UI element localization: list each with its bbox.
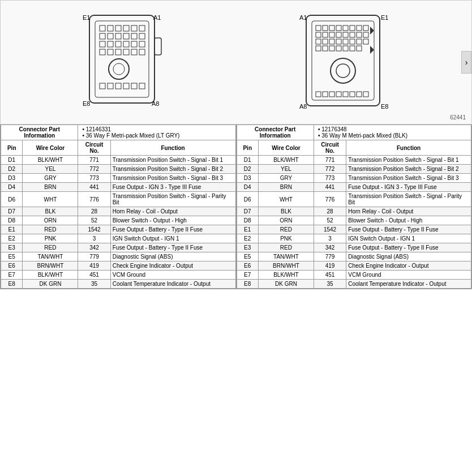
right-cell-circuit: 419 bbox=[314, 261, 346, 271]
right-cell-wire: WHT bbox=[258, 192, 314, 207]
right-cell-circuit: 773 bbox=[314, 174, 346, 183]
left-cell-pin: D4 bbox=[1, 183, 23, 192]
svg-rect-29 bbox=[108, 83, 113, 89]
right-table-row: D2 YEL 772 Transmission Position Switch … bbox=[237, 165, 471, 174]
svg-rect-21 bbox=[108, 49, 113, 55]
right-cell-wire: BLK/WHT bbox=[258, 271, 314, 280]
right-cell-wire: PNK bbox=[258, 234, 314, 243]
right-cell-circuit: 772 bbox=[314, 165, 346, 174]
right-cell-pin: E2 bbox=[237, 234, 258, 243]
left-table-row: E2 PNK 3 IGN Switch Output - IGN 1 bbox=[1, 234, 236, 243]
right-cell-function: IGN Switch Output - IGN 1 bbox=[346, 234, 471, 243]
right-cell-wire: RED bbox=[258, 243, 314, 252]
svg-rect-12 bbox=[131, 33, 137, 39]
svg-rect-15 bbox=[108, 41, 113, 47]
left-table-row: E5 TAN/WHT 779 Diagnostic Signal (ABS) bbox=[1, 252, 236, 261]
left-cell-function: Transmission Position Switch - Signal - … bbox=[110, 165, 235, 174]
left-cell-pin: E1 bbox=[1, 225, 23, 234]
left-cell-function: Blower Switch - Output - High bbox=[110, 216, 235, 225]
svg-rect-13 bbox=[139, 33, 145, 39]
right-table-row: E8 DK GRN 35 Coolant Temperature Indicat… bbox=[237, 280, 471, 289]
right-cell-pin: D6 bbox=[237, 192, 258, 207]
left-cell-pin: D6 bbox=[1, 192, 23, 207]
right-cell-pin: D1 bbox=[237, 156, 258, 165]
right-cell-circuit: 771 bbox=[314, 156, 346, 165]
left-cell-circuit: 35 bbox=[78, 280, 110, 289]
left-cell-pin: E3 bbox=[1, 243, 23, 252]
left-cell-function: Fuse Output - Battery - Type II Fuse bbox=[110, 225, 235, 234]
svg-rect-46 bbox=[350, 25, 355, 31]
right-table-row: E1 RED 1542 Fuse Output - Battery - Type… bbox=[237, 225, 471, 234]
right-table: Connector Part Information 12176348 36 W… bbox=[237, 125, 472, 289]
right-cell-pin: D4 bbox=[237, 183, 258, 192]
left-cell-wire: BLK bbox=[23, 207, 78, 216]
svg-rect-42 bbox=[323, 25, 328, 31]
right-table-row: E2 PNK 3 IGN Switch Output - IGN 1 bbox=[237, 234, 471, 243]
left-cell-pin: D2 bbox=[1, 165, 23, 174]
right-table-row: D3 GRY 773 Transmission Position Switch … bbox=[237, 174, 471, 183]
left-cell-wire: BRN/WHT bbox=[23, 261, 78, 271]
right-cell-pin: D8 bbox=[237, 216, 258, 225]
svg-rect-50 bbox=[323, 32, 328, 37]
svg-rect-57 bbox=[316, 39, 321, 44]
svg-rect-80 bbox=[343, 92, 348, 97]
left-cell-wire: RED bbox=[23, 243, 78, 252]
left-cell-function: Fuse Output - Battery - Type II Fuse bbox=[110, 243, 235, 252]
left-cell-function: IGN Switch Output - IGN 1 bbox=[110, 234, 235, 243]
right-table-row: D4 BRN 441 Fuse Output - IGN 3 - Type II… bbox=[237, 183, 471, 192]
left-cell-wire: BLK/WHT bbox=[23, 156, 78, 165]
right-cell-function: Transmission Position Switch - Signal - … bbox=[346, 156, 471, 165]
svg-rect-78 bbox=[329, 92, 334, 97]
right-cell-wire: YEL bbox=[258, 165, 314, 174]
nav-arrow-button[interactable]: › bbox=[461, 51, 471, 74]
svg-rect-28 bbox=[100, 83, 105, 89]
left-cell-function: Check Engine Indicator - Output bbox=[110, 261, 235, 271]
right-table-row: E7 BLK/WHT 451 VCM Ground bbox=[237, 271, 471, 280]
svg-rect-53 bbox=[343, 32, 348, 37]
svg-rect-52 bbox=[336, 32, 341, 37]
right-cell-pin: D7 bbox=[237, 207, 258, 216]
svg-rect-23 bbox=[123, 49, 129, 55]
right-cell-wire: ORN bbox=[258, 216, 314, 225]
right-cell-function: Fuse Output - Battery - Type II Fuse bbox=[346, 243, 471, 252]
left-cell-circuit: 779 bbox=[78, 252, 110, 261]
svg-point-26 bbox=[109, 59, 129, 79]
svg-rect-33 bbox=[139, 83, 145, 89]
left-cell-circuit: 342 bbox=[78, 243, 110, 252]
left-cell-function: Transmission Position Switch - Signal - … bbox=[110, 156, 235, 165]
svg-rect-9 bbox=[108, 33, 113, 39]
left-cell-pin: D1 bbox=[1, 156, 23, 165]
right-cell-circuit: 3 bbox=[314, 234, 346, 243]
left-cell-pin: E7 bbox=[1, 271, 23, 280]
right-cell-circuit: 779 bbox=[314, 252, 346, 261]
left-connector-diagram: E1 A1 E8 A8 bbox=[78, 10, 166, 115]
diagram-label: 62441 bbox=[450, 114, 466, 121]
left-connector-svg: E1 A1 E8 A8 bbox=[78, 10, 166, 114]
right-cell-circuit: 1542 bbox=[314, 225, 346, 234]
left-cell-wire: BLK/WHT bbox=[23, 271, 78, 280]
svg-rect-82 bbox=[357, 92, 362, 97]
left-cell-function: Diagnostic Signal (ABS) bbox=[110, 252, 235, 261]
left-cell-function: VCM Ground bbox=[110, 271, 235, 280]
left-col-circuit: Circuit No. bbox=[78, 140, 110, 156]
right-connector-details: 12176348 36 Way M Metri-pack Mixed (BLK) bbox=[314, 125, 471, 140]
svg-rect-48 bbox=[363, 25, 368, 31]
right-cell-function: Transmission Position Switch - Signal - … bbox=[346, 165, 471, 174]
left-col-wire: Wire Color bbox=[23, 140, 78, 156]
left-cell-wire: DK GRN bbox=[23, 280, 78, 289]
right-cell-circuit: 441 bbox=[314, 183, 346, 192]
right-cell-pin: D3 bbox=[237, 174, 258, 183]
left-cell-pin: E6 bbox=[1, 261, 23, 271]
right-col-pin: Pin bbox=[237, 140, 258, 156]
left-table-row: D6 WHT 776 Transmission Position Switch … bbox=[1, 192, 236, 207]
left-col-function: Function bbox=[110, 140, 235, 156]
right-cell-circuit: 342 bbox=[314, 243, 346, 252]
left-table-header: Pin Wire Color Circuit No. Function bbox=[1, 140, 236, 156]
svg-rect-70 bbox=[350, 46, 355, 51]
right-cell-wire: TAN/WHT bbox=[258, 252, 314, 261]
svg-text:A8: A8 bbox=[152, 100, 159, 107]
left-table-row: D8 ORN 52 Blower Switch - Output - High bbox=[1, 216, 236, 225]
left-table-row: E7 BLK/WHT 451 VCM Ground bbox=[1, 271, 236, 280]
left-cell-circuit: 451 bbox=[78, 271, 110, 280]
left-cell-circuit: 776 bbox=[78, 192, 110, 207]
